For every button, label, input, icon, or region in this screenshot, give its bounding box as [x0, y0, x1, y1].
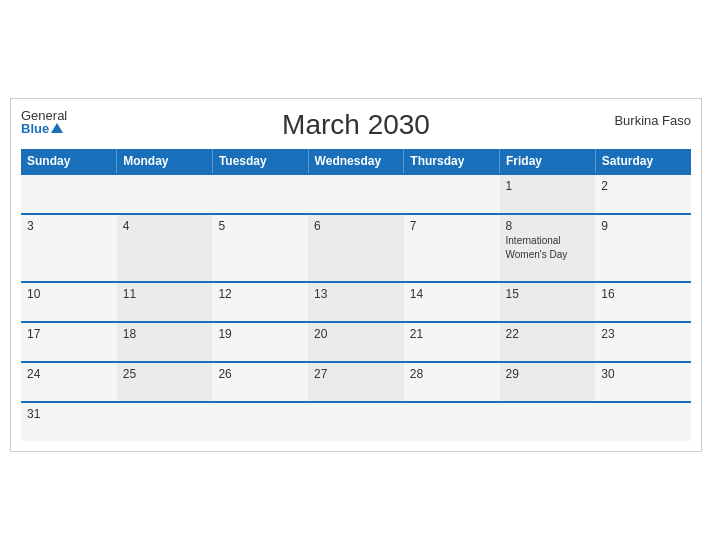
calendar-cell: 4: [117, 214, 213, 282]
calendar-cell: 11: [117, 282, 213, 322]
calendar-cell: 8International Women's Day: [500, 214, 596, 282]
day-number: 29: [506, 367, 590, 381]
day-number: 26: [218, 367, 302, 381]
day-number: 6: [314, 219, 398, 233]
calendar-cell: 13: [308, 282, 404, 322]
calendar-cell: 19: [212, 322, 308, 362]
calendar-cell: [500, 402, 596, 441]
day-number: 1: [506, 179, 590, 193]
header-wednesday: Wednesday: [308, 149, 404, 174]
calendar-cell: [308, 402, 404, 441]
calendar-cell: 3: [21, 214, 117, 282]
logo-blue-text: Blue: [21, 122, 67, 135]
day-number: 30: [601, 367, 685, 381]
calendar-table: Sunday Monday Tuesday Wednesday Thursday…: [21, 149, 691, 441]
country-label: Burkina Faso: [614, 113, 691, 128]
day-number: 11: [123, 287, 207, 301]
calendar-cell: 2: [595, 174, 691, 214]
header-friday: Friday: [500, 149, 596, 174]
calendar-cell: [212, 174, 308, 214]
header-sunday: Sunday: [21, 149, 117, 174]
day-number: 18: [123, 327, 207, 341]
calendar-cell: 12: [212, 282, 308, 322]
day-number: 2: [601, 179, 685, 193]
calendar-cell: 20: [308, 322, 404, 362]
calendar-cell: 30: [595, 362, 691, 402]
calendar-container: General Blue March 2030 Burkina Faso Sun…: [10, 98, 702, 452]
day-number: 5: [218, 219, 302, 233]
calendar-cell: 6: [308, 214, 404, 282]
calendar-header: General Blue March 2030 Burkina Faso: [21, 109, 691, 141]
day-number: 20: [314, 327, 398, 341]
day-number: 4: [123, 219, 207, 233]
calendar-cell: [308, 174, 404, 214]
calendar-cell: [21, 174, 117, 214]
day-number: 7: [410, 219, 494, 233]
calendar-cell: 15: [500, 282, 596, 322]
header-thursday: Thursday: [404, 149, 500, 174]
day-number: 27: [314, 367, 398, 381]
day-number: 12: [218, 287, 302, 301]
day-number: 15: [506, 287, 590, 301]
calendar-week-row: 17181920212223: [21, 322, 691, 362]
calendar-week-row: 31: [21, 402, 691, 441]
day-number: 28: [410, 367, 494, 381]
calendar-cell: [404, 402, 500, 441]
header-monday: Monday: [117, 149, 213, 174]
day-number: 23: [601, 327, 685, 341]
calendar-cell: 22: [500, 322, 596, 362]
day-number: 16: [601, 287, 685, 301]
event-label: International Women's Day: [506, 235, 568, 260]
calendar-cell: 10: [21, 282, 117, 322]
calendar-cell: 23: [595, 322, 691, 362]
day-number: 10: [27, 287, 111, 301]
calendar-cell: 18: [117, 322, 213, 362]
weekday-header-row: Sunday Monday Tuesday Wednesday Thursday…: [21, 149, 691, 174]
calendar-cell: 24: [21, 362, 117, 402]
day-number: 17: [27, 327, 111, 341]
calendar-cell: 31: [21, 402, 117, 441]
calendar-cell: [595, 402, 691, 441]
day-number: 22: [506, 327, 590, 341]
day-number: 21: [410, 327, 494, 341]
calendar-cell: 14: [404, 282, 500, 322]
day-number: 3: [27, 219, 111, 233]
calendar-cell: 16: [595, 282, 691, 322]
day-number: 31: [27, 407, 111, 421]
day-number: 9: [601, 219, 685, 233]
calendar-week-row: 10111213141516: [21, 282, 691, 322]
calendar-cell: 17: [21, 322, 117, 362]
calendar-cell: [117, 174, 213, 214]
calendar-cell: 28: [404, 362, 500, 402]
day-number: 24: [27, 367, 111, 381]
calendar-cell: 26: [212, 362, 308, 402]
day-number: 13: [314, 287, 398, 301]
calendar-cell: 27: [308, 362, 404, 402]
calendar-title: March 2030: [282, 109, 430, 141]
header-saturday: Saturday: [595, 149, 691, 174]
calendar-cell: 9: [595, 214, 691, 282]
day-number: 25: [123, 367, 207, 381]
day-number: 8: [506, 219, 590, 233]
logo: General Blue: [21, 109, 67, 135]
calendar-cell: [117, 402, 213, 441]
calendar-cell: 21: [404, 322, 500, 362]
calendar-cell: [404, 174, 500, 214]
calendar-week-row: 12: [21, 174, 691, 214]
calendar-cell: 29: [500, 362, 596, 402]
calendar-week-row: 345678International Women's Day9: [21, 214, 691, 282]
calendar-cell: 7: [404, 214, 500, 282]
calendar-cell: [212, 402, 308, 441]
calendar-cell: 5: [212, 214, 308, 282]
day-number: 14: [410, 287, 494, 301]
day-number: 19: [218, 327, 302, 341]
calendar-cell: 25: [117, 362, 213, 402]
calendar-cell: 1: [500, 174, 596, 214]
calendar-week-row: 24252627282930: [21, 362, 691, 402]
header-tuesday: Tuesday: [212, 149, 308, 174]
logo-triangle-icon: [51, 123, 63, 133]
